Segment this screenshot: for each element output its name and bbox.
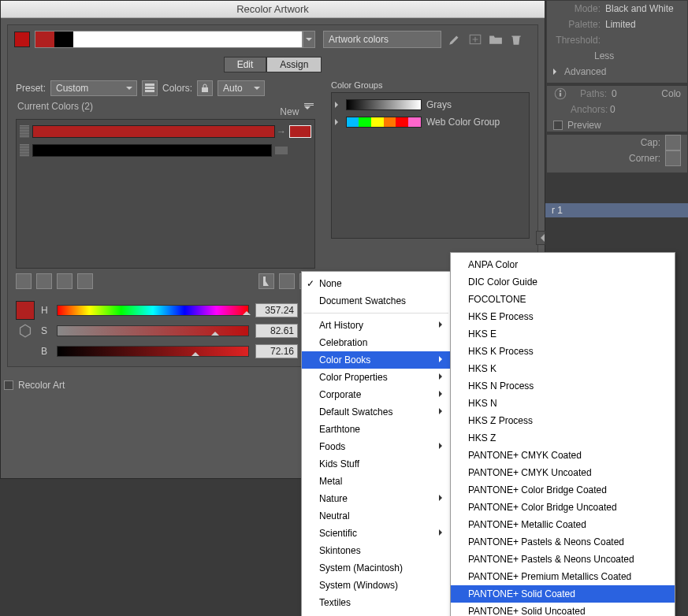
new-group-icon[interactable] (468, 32, 482, 46)
menu-item[interactable]: Celebration (302, 334, 450, 351)
lock-icon[interactable] (197, 80, 213, 96)
color-group-row[interactable]: Web Color Group (335, 113, 526, 131)
menu-item[interactable]: Default Swatches (302, 403, 450, 421)
menu-item[interactable]: Document Swatches (302, 292, 450, 310)
menu-item[interactable]: PANTONE+ Pastels & Neons Coated (451, 533, 675, 551)
menu-item[interactable]: Skintones (302, 542, 450, 559)
new-color-swatch[interactable] (289, 125, 311, 138)
menu-item[interactable]: PANTONE+ Pastels & Neons Uncoated (451, 551, 675, 568)
menu-item[interactable]: Textiles (302, 594, 450, 611)
merge-icon[interactable] (16, 273, 32, 289)
colors-label: Colors: (162, 83, 192, 94)
hue-value[interactable]: 357.24 (255, 303, 298, 317)
menu-item[interactable]: FOCOLTONE (451, 291, 675, 308)
color-group-row[interactable]: Grays (335, 96, 526, 113)
cap-option[interactable] (665, 135, 681, 150)
advanced-label[interactable]: Advanced (564, 66, 606, 77)
group-swatches (346, 117, 422, 128)
eyedropper-icon[interactable] (448, 32, 462, 46)
menu-item[interactable]: PANTONE+ Color Bridge Coated (451, 481, 675, 499)
menu-item[interactable]: Metal (302, 473, 450, 490)
bri-slider[interactable] (57, 346, 249, 357)
current-color-bar[interactable] (32, 144, 272, 157)
menu-item[interactable]: System (Macintosh) (302, 559, 450, 577)
menu-item[interactable]: PANTONE+ Solid Coated (451, 585, 675, 603)
hue-label: H (41, 305, 50, 316)
hsb-swatch[interactable] (16, 301, 35, 320)
threshold-label: Threshold: (553, 35, 601, 46)
layer-item[interactable]: r 1 (545, 203, 688, 217)
separate-icon[interactable] (36, 273, 52, 289)
menu-item[interactable]: HKS E (451, 325, 675, 343)
sat-slider[interactable] (57, 325, 249, 336)
exclude-icon[interactable] (275, 147, 288, 154)
folder-icon[interactable] (489, 32, 503, 46)
expand-icon[interactable] (335, 102, 341, 108)
bri-value[interactable]: 72.16 (255, 344, 298, 358)
recolor-checkbox[interactable] (4, 380, 13, 390)
menu-item[interactable]: HKS K (451, 360, 675, 377)
collapse-handle-icon[interactable] (536, 231, 545, 245)
menu-item[interactable]: Kids Stuff (302, 455, 450, 473)
tab-edit[interactable]: Edit (224, 57, 267, 72)
menu-item[interactable]: Scientific (302, 525, 450, 542)
menu-item[interactable]: System (Windows) (302, 577, 450, 594)
cube-icon[interactable] (18, 324, 32, 338)
menu-item[interactable]: PANTONE+ Solid Uncoated (451, 603, 675, 616)
menu-item[interactable]: DIC Color Guide (451, 273, 675, 291)
link-arrow-icon[interactable]: → (275, 126, 288, 137)
menu-item[interactable]: HKS K Process (451, 343, 675, 360)
color-row[interactable] (20, 142, 311, 159)
new-row-icon[interactable] (77, 273, 93, 289)
svg-rect-4 (145, 83, 154, 86)
menu-item[interactable]: HKS N Process (451, 377, 675, 395)
menu-item[interactable]: HKS E Process (451, 308, 675, 325)
menu-item[interactable]: Neutral (302, 507, 450, 525)
svg-rect-5 (145, 87, 154, 89)
menu-item[interactable]: PANTONE+ CMYK Coated (451, 447, 675, 464)
menu-item[interactable]: Corporate (302, 386, 450, 403)
color-row[interactable]: → (20, 123, 311, 140)
menu-item[interactable]: Foods (302, 438, 450, 455)
menu-item[interactable]: HKS Z (451, 429, 675, 447)
menu-item[interactable]: None (302, 275, 450, 292)
find-stroke-icon[interactable] (279, 273, 295, 289)
menu-item[interactable]: Art History (302, 317, 450, 334)
corner-label: Corner: (629, 153, 660, 164)
menu-item[interactable]: Earthtone (302, 421, 450, 438)
color-group-swatches[interactable] (35, 31, 303, 48)
swatch-group-dropdown[interactable] (303, 31, 315, 48)
menu-item[interactable]: Color Books (302, 351, 450, 369)
hue-slider[interactable] (57, 305, 249, 316)
menu-item[interactable]: VisiBone2 (302, 611, 450, 616)
current-color-bar[interactable] (32, 125, 275, 138)
menu-item[interactable]: Color Properties (302, 369, 450, 386)
menu-item[interactable]: PANTONE+ Color Bridge Uncoated (451, 499, 675, 516)
disclosure-icon[interactable] (553, 69, 560, 75)
preset-options-button[interactable] (142, 80, 158, 96)
preset-select[interactable]: Custom (50, 80, 137, 96)
menu-item[interactable]: PANTONE+ Premium Metallics Coated (451, 568, 675, 585)
corner-option[interactable] (665, 150, 681, 166)
sat-value[interactable]: 82.61 (255, 324, 298, 338)
flyout-menu-icon[interactable] (304, 101, 314, 115)
trash-icon[interactable] (509, 32, 523, 46)
menu-item[interactable]: HKS Z Process (451, 412, 675, 429)
menu-item[interactable]: PANTONE+ Metallic Coated (451, 516, 675, 533)
find-fill-icon[interactable] (258, 273, 274, 289)
colors-select[interactable]: Auto (218, 80, 265, 96)
preview-checkbox[interactable] (553, 121, 563, 130)
active-color-swatch[interactable] (14, 32, 30, 47)
mode-value: Black and White (605, 3, 674, 14)
exclude-row-icon[interactable] (57, 273, 73, 289)
group-name-field[interactable]: Artwork colors (323, 31, 441, 48)
expand-icon[interactable] (335, 119, 341, 125)
menu-item[interactable]: HKS N (451, 395, 675, 412)
menu-item[interactable]: PANTONE+ CMYK Uncoated (451, 464, 675, 481)
drag-handle-icon[interactable] (20, 125, 29, 138)
menu-item[interactable]: Nature (302, 490, 450, 507)
drag-handle-icon[interactable] (20, 144, 29, 157)
menu-item[interactable]: ANPA Color (451, 256, 675, 273)
bri-label: B (41, 346, 50, 357)
tab-assign[interactable]: Assign (266, 57, 322, 72)
